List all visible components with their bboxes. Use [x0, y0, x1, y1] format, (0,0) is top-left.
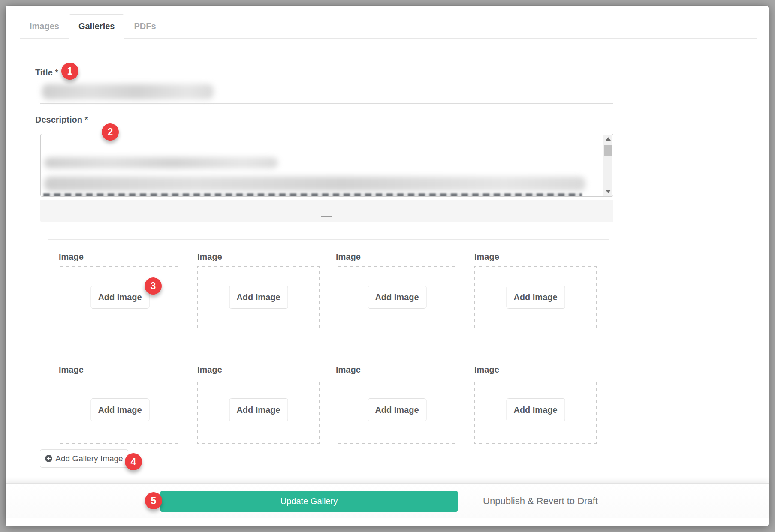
unpublish-revert-link[interactable]: Unpublish & Revert to Draft [482, 484, 599, 518]
scroll-down-icon[interactable] [603, 187, 612, 196]
description-textarea[interactable] [40, 134, 613, 197]
add-image-button[interactable]: Add Image [506, 398, 565, 421]
callout-badge-1: 1 [61, 63, 78, 80]
add-gallery-image-button[interactable]: Add Gallery Image [40, 449, 128, 468]
update-gallery-button[interactable]: Update Gallery [160, 491, 458, 512]
image-slot-label: Image [336, 252, 458, 261]
image-slot-row: Image Add Image 3 Image Add Image Image … [59, 252, 597, 331]
image-dropzone[interactable]: Add Image [197, 266, 320, 331]
image-slot: Image Add Image [197, 252, 320, 331]
textarea-resize-handle[interactable] [40, 200, 613, 222]
tab-galleries[interactable]: Galleries [69, 14, 125, 39]
add-image-button[interactable]: Add Image [229, 286, 288, 309]
tab-pdfs[interactable]: PDFs [124, 14, 165, 38]
blurred-description-line [44, 177, 585, 191]
title-input[interactable] [40, 81, 613, 104]
image-slot-label: Image [197, 365, 320, 374]
image-dropzone[interactable]: Add Image 3 [59, 266, 181, 331]
blurred-description-line [44, 157, 278, 168]
image-slot-label: Image [474, 365, 597, 374]
blurred-description-clipped-line [43, 193, 582, 197]
plus-circle-icon [45, 455, 52, 462]
image-slot: Image Add Image [336, 365, 458, 444]
image-dropzone[interactable]: Add Image [59, 379, 181, 444]
image-slot-label: Image [59, 252, 181, 261]
image-dropzone[interactable]: Add Image [474, 266, 597, 331]
add-gallery-image-label: Add Gallery Image [55, 454, 123, 463]
image-slot-label: Image [474, 252, 597, 261]
tab-bar: Images Galleries PDFs [20, 14, 757, 39]
image-dropzone[interactable]: Add Image [474, 379, 597, 444]
add-image-button[interactable]: Add Image [90, 286, 149, 309]
image-slot: Image Add Image [59, 365, 181, 444]
image-dropzone[interactable]: Add Image [336, 379, 458, 444]
image-slot: Image Add Image [336, 252, 458, 331]
image-slot: Image Add Image [474, 252, 597, 331]
image-slot-label: Image [59, 365, 181, 374]
callout-badge-4: 4 [125, 453, 142, 470]
footer-bottom-strip [6, 518, 769, 526]
resize-dash-icon [321, 216, 332, 217]
section-divider [48, 239, 609, 240]
title-label: Title * [35, 68, 58, 78]
image-slot-label: Image [197, 252, 320, 261]
image-slot: Image Add Image 3 [59, 252, 181, 331]
callout-badge-2: 2 [102, 123, 119, 141]
screen-background: Images Galleries PDFs Title * 1 Descript… [0, 0, 775, 532]
add-image-button[interactable]: Add Image [368, 398, 426, 421]
callout-badge-3: 3 [145, 277, 162, 295]
scrollbar-thumb[interactable] [604, 145, 612, 156]
add-image-button[interactable]: Add Image [368, 286, 426, 309]
image-dropzone[interactable]: Add Image [197, 379, 320, 444]
image-slot-label: Image [336, 365, 458, 374]
add-image-button[interactable]: Add Image [90, 398, 149, 421]
image-slot-row: Image Add Image Image Add Image Image Ad… [59, 365, 597, 444]
add-image-button[interactable]: Add Image [506, 286, 565, 309]
description-label: Description * [35, 115, 88, 125]
footer-action-bar: Update Gallery Unpublish & Revert to Dra… [6, 483, 769, 518]
scroll-up-icon[interactable] [603, 135, 612, 143]
image-slot: Image Add Image [197, 365, 320, 444]
add-image-button[interactable]: Add Image [229, 398, 288, 421]
callout-badge-5: 5 [145, 492, 162, 509]
image-dropzone[interactable]: Add Image [336, 266, 458, 331]
tab-images[interactable]: Images [20, 14, 69, 38]
textarea-scrollbar[interactable] [603, 135, 612, 196]
modal-card: Images Galleries PDFs Title * 1 Descript… [6, 6, 769, 526]
blurred-title-text [42, 84, 214, 99]
image-slot: Image Add Image [474, 365, 597, 444]
